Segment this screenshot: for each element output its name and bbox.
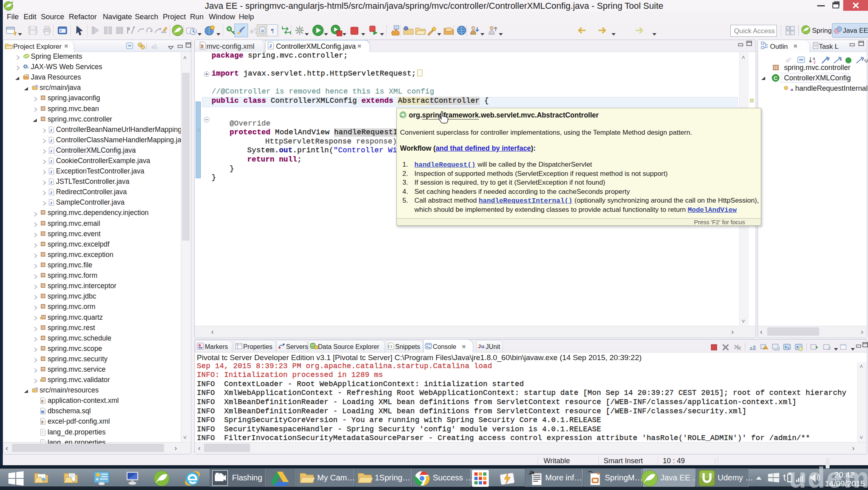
svg-text:a: a [261,28,264,34]
svg-text:X: X [41,400,44,404]
svg-text:J: J [269,44,272,48]
svg-text:J: J [50,139,52,143]
svg-text:X: X [41,420,44,424]
svg-text:J: J [50,201,52,205]
svg-text:J: J [478,343,481,349]
svg-text:J: J [50,191,52,195]
svg-text:J: J [50,149,52,153]
svg-text:J: J [50,170,52,174]
svg-text:J: J [50,180,52,184]
svg-text:u: u [481,343,484,349]
svg-text:C: C [774,75,778,81]
svg-text:J: J [50,159,52,163]
svg-text:¶: ¶ [271,28,274,34]
svg-text:s: s [840,58,842,62]
svg-text:J: J [50,128,52,132]
svg-text:X: X [201,44,204,49]
